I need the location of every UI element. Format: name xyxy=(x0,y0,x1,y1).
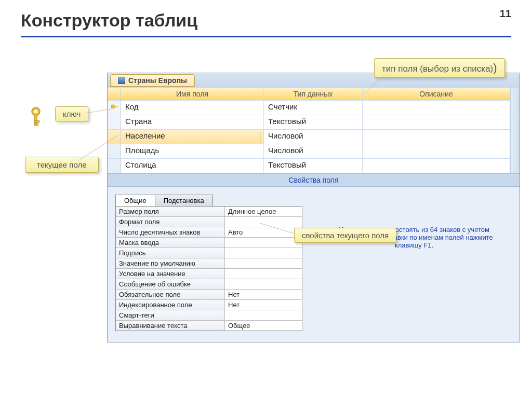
property-row: Формат поля xyxy=(116,217,302,227)
row-selector[interactable] xyxy=(108,159,121,173)
property-value[interactable] xyxy=(225,310,302,320)
callout-key: ключ xyxy=(55,106,88,121)
callout-current-props: свойства текущего поля xyxy=(294,228,396,243)
property-label: Значение по умолчанию xyxy=(116,258,225,268)
field-name-cell[interactable]: Столица xyxy=(121,159,264,173)
property-row: Обязательное полеНет xyxy=(116,290,302,300)
field-name-cell[interactable]: Код xyxy=(121,101,264,115)
property-label: Выравнивание текста xyxy=(116,321,225,331)
column-header-name[interactable]: Имя поля xyxy=(121,88,264,101)
divider xyxy=(21,36,511,37)
svg-point-1 xyxy=(34,110,38,114)
slide-title: Конструктор таблиц xyxy=(21,10,511,31)
grid-body: Имя поля Тип данных Описание Код Счетчик… xyxy=(121,88,510,173)
property-row: Условие на значение xyxy=(116,269,302,279)
callout-current-field: текущее поле xyxy=(25,157,99,173)
slide-number: 11 xyxy=(500,8,511,20)
property-label: Обязательное поле xyxy=(116,290,225,299)
property-value[interactable] xyxy=(225,238,302,248)
svg-rect-3 xyxy=(35,121,39,122)
property-row: Число десятичных знаковАвто xyxy=(116,227,302,238)
table-tab[interactable]: Страны Европы xyxy=(110,74,195,87)
property-value[interactable]: Длинное целое xyxy=(225,207,302,216)
property-label: Индексированное поле xyxy=(116,300,225,310)
table-icon xyxy=(118,77,125,84)
field-name-cell[interactable]: Население xyxy=(121,130,264,144)
property-label: Подпись xyxy=(116,248,225,258)
properties-area: Общие Подстановка Размер поляДлинное цел… xyxy=(108,187,520,331)
properties-title: Свойства поля xyxy=(108,173,520,187)
row-selector[interactable] xyxy=(108,144,121,159)
property-value[interactable] xyxy=(225,217,302,227)
grid-header: Имя поля Тип данных Описание xyxy=(121,88,510,101)
field-grid: Имя поля Тип данных Описание Код Счетчик… xyxy=(108,88,520,173)
row-selector[interactable] xyxy=(108,130,121,144)
field-name-cell[interactable]: Площадь xyxy=(121,144,264,159)
property-value[interactable]: Нет xyxy=(225,300,302,310)
field-type-cell[interactable]: Счетчик xyxy=(264,101,363,115)
callout-field-type: тип поля (выбор из списка)) xyxy=(374,58,505,78)
property-row: Смарт-теги xyxy=(116,310,302,321)
property-row: Выравнивание текстаОбщее xyxy=(116,321,302,331)
property-value[interactable] xyxy=(225,269,302,279)
property-row: Размер поляДлинное целое xyxy=(116,207,302,217)
properties-panel: Общие Подстановка Размер поляДлинное цел… xyxy=(115,195,302,331)
property-value[interactable] xyxy=(225,258,302,268)
field-row: Столица Текстовый xyxy=(121,159,510,173)
property-value[interactable]: Общее xyxy=(225,321,302,331)
property-value[interactable]: Нет xyxy=(225,290,302,299)
field-row: Площадь Числовой xyxy=(121,144,510,159)
property-row: Значение по умолчанию xyxy=(116,258,302,269)
property-label: Сообщение об ошибке xyxy=(116,279,225,289)
row-selector-column xyxy=(108,88,121,173)
svg-point-5 xyxy=(111,104,114,108)
property-label: Формат поля xyxy=(116,217,225,227)
field-type-cell[interactable]: Текстовый xyxy=(264,159,363,173)
field-desc-cell[interactable] xyxy=(363,159,510,173)
field-type-cell[interactable]: Текстовый xyxy=(264,115,363,130)
gutter-header[interactable] xyxy=(108,88,121,101)
field-row: Код Счетчик xyxy=(121,101,510,115)
property-value[interactable]: Авто xyxy=(225,227,302,237)
key-icon xyxy=(29,107,43,128)
property-row: Сообщение об ошибке xyxy=(116,279,302,290)
field-row-current: Население Числовой xyxy=(121,130,510,144)
property-label: Маска ввода xyxy=(116,238,225,248)
property-row: Подпись xyxy=(116,248,302,258)
property-label: Число десятичных знаков xyxy=(116,227,225,237)
field-type-cell[interactable]: Числовой xyxy=(264,130,363,144)
key-icon xyxy=(111,104,118,112)
field-desc-cell[interactable] xyxy=(363,115,510,130)
slide-header: Конструктор таблиц 11 xyxy=(0,0,532,33)
table-designer-window: Страны Европы Имя поля Тип данных Описан… xyxy=(107,73,520,342)
svg-rect-4 xyxy=(35,123,38,125)
property-grid: Размер поляДлинное целоеФормат поляЧисло… xyxy=(115,206,302,331)
field-type-cell[interactable]: Числовой xyxy=(264,144,363,159)
row-selector[interactable] xyxy=(108,115,121,130)
property-value[interactable] xyxy=(225,248,302,258)
property-tabs: Общие Подстановка xyxy=(115,195,302,206)
scrollbar[interactable] xyxy=(510,88,520,173)
property-label: Размер поля xyxy=(116,207,225,216)
tab-general[interactable]: Общие xyxy=(115,195,155,206)
field-desc-cell[interactable] xyxy=(363,130,510,144)
field-row: Страна Текстовый xyxy=(121,115,510,130)
tab-lookup[interactable]: Подстановка xyxy=(155,195,213,206)
column-header-type[interactable]: Тип данных xyxy=(264,88,363,101)
property-row: Индексированное полеНет xyxy=(116,300,302,310)
tab-title: Страны Европы xyxy=(128,76,187,85)
property-value[interactable] xyxy=(225,279,302,289)
property-label: Смарт-теги xyxy=(116,310,225,320)
svg-rect-7 xyxy=(116,106,117,108)
field-desc-cell[interactable] xyxy=(363,144,510,159)
field-desc-cell[interactable] xyxy=(363,101,510,115)
property-row: Маска ввода xyxy=(116,238,302,248)
column-header-desc[interactable]: Описание xyxy=(363,88,510,101)
field-name-cell[interactable]: Страна xyxy=(121,115,264,130)
row-selector[interactable] xyxy=(108,101,121,115)
property-label: Условие на значение xyxy=(116,269,225,279)
